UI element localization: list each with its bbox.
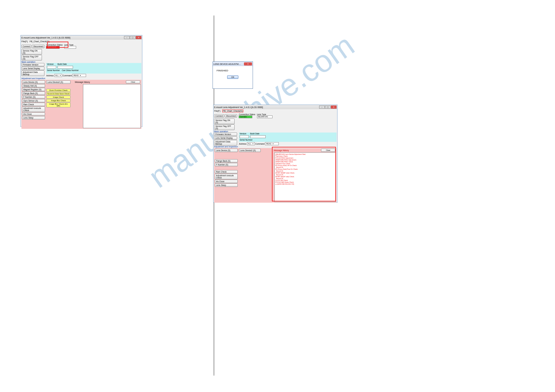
version-label: Version — [240, 133, 246, 135]
svc-flag-off-button[interactable]: Service Flag OFF (S) — [21, 55, 42, 61]
build-date-field — [250, 135, 266, 138]
adj-button[interactable]: F Number (S) — [215, 163, 238, 166]
adj-button[interactable]: Adjustment execute Check — [215, 174, 238, 179]
adj-left-col: Lens Device (S)Steady Hell (S)Magnet Reg… — [22, 80, 46, 119]
basic-operation-label: Basic operation — [21, 61, 141, 63]
titlebar: E-mount Lens Adjustment Ver_1.4.0.1 [ILC… — [21, 35, 142, 40]
command-combo[interactable]: READ — [72, 74, 86, 77]
conn-status-label: Connection Status — [46, 44, 62, 46]
message-history-label: Message History — [274, 149, 289, 151]
address-label: Address — [239, 143, 246, 145]
adj-button[interactable]: Lens Device (S) — [215, 149, 238, 152]
menu-fbchart[interactable]: FB_Chart_Check(G) — [222, 110, 243, 112]
lens-type-field — [64, 46, 76, 49]
disconnect-button[interactable]: Disconnect — [32, 45, 44, 48]
yellow-check-button[interactable]: Image Blur Check — [46, 99, 71, 102]
lens-type-label: Lens Type — [64, 44, 76, 46]
yellow-check-button[interactable]: Zoom Function Check — [46, 89, 71, 92]
svc-flag-on-button[interactable]: Service Flag ON (S) — [21, 49, 42, 55]
serial-label: Serial Number — [240, 139, 253, 141]
minimize-button[interactable]: – — [319, 106, 325, 109]
adj-mid-col: Lens Device2 (S) Zoom Function CheckSoun… — [46, 80, 71, 119]
dialog-title: LENS DEVICE ADJUSTM… — [213, 63, 241, 65]
close-button[interactable]: X — [331, 106, 337, 109]
command-label: Command — [255, 143, 265, 145]
dialog-close-button[interactable]: X — [244, 62, 252, 65]
adj-button[interactable]: Iris Close — [215, 180, 238, 183]
titlebar: E-mount Lens Adjustment Ver_1.4.0.1 [ILC… — [213, 105, 337, 109]
maximize-button[interactable]: ▢ — [325, 106, 331, 109]
adj-button[interactable]: Lens Sleep — [22, 116, 45, 119]
version-label: Version — [47, 63, 54, 65]
lens-device2-button[interactable]: Lens Device2 (S) — [46, 80, 71, 84]
serial-label: Serial Number — [47, 69, 60, 71]
app-window-left: E-mount Lens Adjustment Ver_1.4.0.1 [ILC… — [21, 35, 142, 127]
clear-button[interactable]: Clear — [321, 149, 335, 152]
command-combo[interactable]: READ — [265, 142, 279, 145]
firmware-button[interactable]: Firmware Version — [21, 63, 44, 66]
adj-panel: Clear Message History Lens Device (S)Ste… — [21, 80, 141, 129]
lens-type-field: SEL85F14G — [257, 115, 273, 118]
version-field — [47, 66, 56, 69]
adj-button[interactable]: F Number (S) — [22, 95, 45, 99]
connect-button[interactable]: Connect — [214, 114, 224, 118]
build-date-field — [57, 66, 73, 69]
lens-device2-button[interactable]: Lens Device2 (S) — [239, 149, 261, 152]
version-panel: Version Build Date Serial Number — [239, 133, 337, 142]
message-history-box[interactable]: [SEL85F14G] Lens Device Adjustment Start… — [274, 152, 336, 202]
adj-insp-label: Adjustment and Inspection — [21, 77, 141, 79]
adj-button[interactable]: Flange Back (S) — [215, 159, 238, 163]
menu-file[interactable]: File(F) — [214, 110, 220, 112]
window-title: E-mount Lens Adjustment Ver_1.4.0.1 [ILC… — [21, 37, 70, 39]
menu-file[interactable]: File(F) — [21, 40, 28, 43]
dialog-ok-button[interactable]: OK — [227, 75, 238, 79]
adj-button[interactable]: Ram Check — [215, 170, 238, 173]
adj-button[interactable]: Lens Device (S) — [22, 80, 45, 84]
adj-button[interactable]: Gyro Sensor (S) — [22, 99, 45, 102]
close-button[interactable]: X — [136, 36, 141, 39]
adj-button[interactable]: Ram Check — [22, 103, 45, 106]
czn-label: Carl Zeiss Number — [62, 69, 79, 71]
address-combo[interactable]: ALL — [54, 74, 62, 77]
command-label: Command — [63, 74, 72, 77]
dialog-message: FINISHED — [217, 69, 251, 72]
address-combo[interactable]: ALL — [247, 142, 255, 145]
adj-button[interactable]: Iris Close — [22, 112, 45, 116]
yellow-check-button[interactable]: Image Check — [46, 96, 71, 99]
version-field — [240, 135, 249, 138]
menubar: File(F) FB_Chart_Check(G) — [21, 40, 142, 43]
menu-fbchart[interactable]: FB_Chart_Check(G) — [30, 40, 49, 43]
build-date-label: Build Date — [250, 133, 259, 135]
clear-button[interactable]: Clear — [126, 80, 140, 83]
adj-backup-button[interactable]: Adjustment Data Backup — [21, 70, 44, 76]
maximize-button[interactable]: ▢ — [130, 36, 135, 39]
address-label: Address — [46, 74, 54, 77]
message-history-box[interactable] — [83, 84, 141, 128]
disconnect-button[interactable]: Disconnect — [225, 114, 237, 118]
adj-insp-label: Adjustment and Inspection — [214, 146, 337, 148]
adj-panel: Clear Message History [SEL85F14G] Lens D… — [214, 148, 337, 203]
serial-button[interactable]: Lens Serial Display — [214, 136, 237, 140]
app-window-right: E-mount Lens Adjustment Ver_1.4.0.1 [ILC… — [213, 105, 337, 203]
adj-button[interactable]: Flange Back (S) — [22, 92, 45, 95]
version-panel: Version Build Date Serial Number Carl Ze… — [46, 63, 141, 74]
yellow-check-button[interactable]: Sound & Data Save Check — [46, 92, 71, 95]
build-date-label: Build Date — [57, 63, 67, 65]
svc-flag-on-button[interactable]: Service Flag ON (S) — [214, 119, 235, 124]
svc-flag-off-button[interactable]: Service Flag OFF (S) — [214, 124, 235, 130]
adj-button[interactable]: Steady Hell (S) — [22, 84, 45, 88]
serial-button[interactable]: Lens Serial Display — [21, 67, 44, 70]
adj-button[interactable]: Magnet Register (S) — [22, 88, 45, 91]
lens-type-label: Lens Type — [257, 113, 273, 115]
minimize-button[interactable]: – — [124, 36, 130, 39]
adj-button[interactable]: Adjustment execute Check — [22, 106, 45, 112]
adj-mid-col: Lens Device2 (S) — [239, 149, 261, 187]
connect-button[interactable]: Connect — [21, 45, 31, 48]
adj-button[interactable]: Lens Sleep — [215, 183, 238, 187]
window-title: E-mount Lens Adjustment Ver_1.4.0.1 [ILC… — [214, 106, 263, 108]
adj-left-col: Lens Device (S)Flange Back (S)F Number (… — [215, 149, 238, 187]
firmware-button[interactable]: Firmware Version — [214, 133, 237, 136]
yellow-check-button[interactable]: Image Blur Check (Zm MR) — [46, 102, 71, 107]
adj-backup-button[interactable]: Adjustment Data Backup — [214, 140, 237, 146]
menubar: File(F) FB_Chart_Check(G) — [213, 109, 337, 113]
